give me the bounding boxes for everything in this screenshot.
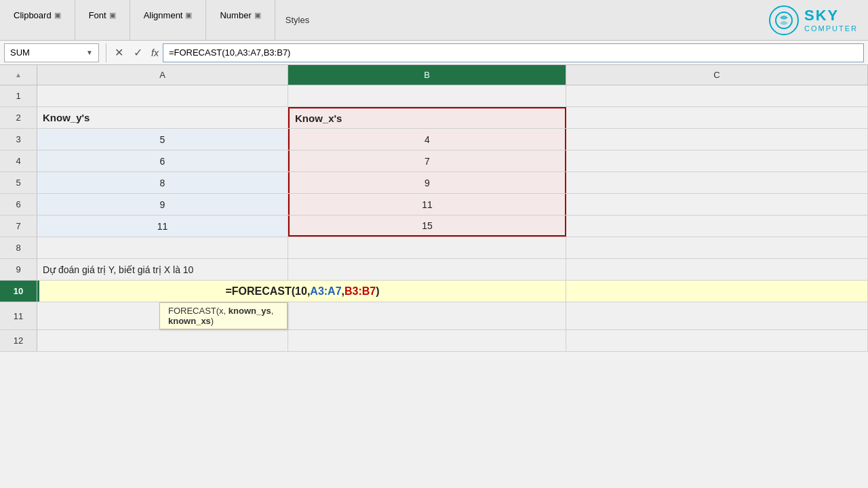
name-box-arrow: ▼ (86, 49, 93, 56)
cell-b7-value: 15 (422, 220, 433, 231)
cell-b2-value: Know_x's (295, 113, 342, 124)
cell-c10[interactable] (566, 281, 868, 302)
cell-b4-value: 7 (425, 156, 430, 167)
table-row: 7 11 15 (0, 216, 868, 237)
row-num-3: 3 (0, 129, 37, 150)
ribbon: Clipboard ▣ Font ▣ Alignment ▣ Number ▣ … (0, 0, 868, 41)
formula-close: ) (376, 285, 379, 298)
col-c-label: C (713, 70, 719, 80)
cell-c4[interactable] (566, 150, 868, 171)
cell-a6-value: 9 (160, 199, 165, 210)
row-num-5: 5 (0, 172, 37, 193)
row-num-7: 7 (0, 216, 37, 237)
cell-c9[interactable] (566, 259, 868, 280)
ribbon-group-styles: Styles (275, 0, 319, 40)
number-label-row: Number ▣ (220, 10, 260, 20)
cell-a3[interactable]: 5 (37, 129, 288, 150)
name-box[interactable]: SUM ▼ (4, 43, 99, 62)
logo-text: SKY COMPUTER (804, 7, 858, 34)
ribbon-group-clipboard: Clipboard ▣ (0, 0, 75, 40)
cell-b5[interactable]: 9 (288, 172, 566, 193)
cell-b3[interactable]: 4 (288, 129, 566, 150)
cell-a2[interactable]: Know_y's (37, 107, 288, 128)
logo-sky: SKY (804, 7, 858, 24)
ribbon-group-number: Number ▣ (206, 0, 275, 40)
alignment-expand-icon[interactable]: ▣ (185, 11, 192, 20)
cell-a5-value: 8 (160, 178, 165, 188)
table-row: 10 =FORECAST(10,A3:A7,B3:B7) (0, 281, 868, 302)
cell-c12[interactable] (566, 330, 868, 351)
svg-point-0 (776, 12, 792, 28)
table-row: 8 (0, 237, 868, 259)
styles-label: Styles (285, 15, 309, 25)
cell-a9[interactable]: Dự đoán giá trị Y, biết giá trị X là 10 (37, 259, 288, 280)
cell-b2[interactable]: Know_x's (288, 107, 566, 128)
cell-b7[interactable]: 15 (288, 216, 566, 237)
cell-a4-value: 6 (160, 156, 165, 167)
number-expand-icon[interactable]: ▣ (254, 11, 261, 20)
cell-b12[interactable] (288, 330, 566, 351)
logo-circle (769, 5, 799, 35)
table-row: 3 5 4 (0, 129, 868, 150)
cell-a8[interactable] (37, 237, 288, 258)
tooltip-end: ) (211, 316, 214, 326)
cell-c2[interactable] (566, 107, 868, 128)
tooltip-bold1: known_ys (229, 306, 271, 316)
col-header-b[interactable]: B (288, 65, 566, 85)
cell-c8[interactable] (566, 237, 868, 258)
table-row: 11 FORECAST(x, known_ys, known_xs) (0, 302, 868, 330)
row-num-12: 12 (0, 330, 37, 351)
tooltip-sep: , (271, 306, 274, 316)
formula-cancel-button[interactable]: ✕ (109, 43, 128, 62)
cell-a7-value: 11 (157, 221, 168, 232)
formula-part-b: B3:B7 (344, 285, 376, 298)
formula-tooltip: FORECAST(x, known_ys, known_xs) (159, 302, 288, 329)
cell-c1[interactable] (566, 85, 868, 106)
cell-c7[interactable] (566, 216, 868, 237)
table-row: 1 (0, 85, 868, 107)
fx-label: fx (151, 47, 159, 58)
cell-c3[interactable] (566, 129, 868, 150)
table-row: 4 6 7 (0, 150, 868, 172)
table-row: 5 8 9 (0, 172, 868, 194)
formula-bar: SUM ▼ ✕ ✓ fx =FORECAST(10,A3:A7,B3:B7) (0, 41, 868, 65)
row-num-9: 9 (0, 259, 37, 280)
cell-a5[interactable]: 8 (37, 172, 288, 193)
cell-a11[interactable]: FORECAST(x, known_ys, known_xs) (37, 302, 288, 329)
col-header-c[interactable]: C (566, 65, 868, 85)
ribbon-group-alignment: Alignment ▣ (130, 0, 207, 40)
cell-b6[interactable]: 11 (288, 194, 566, 215)
tooltip-text: FORECAST(x, (168, 306, 229, 316)
col-header-a[interactable]: A (37, 65, 288, 85)
cell-b4[interactable]: 7 (288, 150, 566, 171)
formula-confirm-button[interactable]: ✓ (128, 43, 147, 62)
cell-c11[interactable] (566, 302, 868, 329)
table-row: 12 (0, 330, 868, 352)
cell-a4[interactable]: 6 (37, 150, 288, 171)
row-num-6: 6 (0, 194, 37, 215)
ribbon-group-font: Font ▣ (75, 0, 130, 40)
formula-input[interactable]: =FORECAST(10,A3:A7,B3:B7) (163, 43, 864, 62)
name-box-value: SUM (10, 47, 83, 58)
col-b-label: B (424, 70, 430, 80)
cell-a1[interactable] (37, 85, 288, 106)
cell-b8[interactable] (288, 237, 566, 258)
cell-a2-value: Know_y's (43, 112, 90, 123)
font-label-row: Font ▣ (89, 10, 116, 20)
cell-a12[interactable] (37, 330, 288, 351)
table-row: 9 Dự đoán giá trị Y, biết giá trị X là 1… (0, 259, 868, 281)
formula-bar-divider1 (106, 43, 106, 62)
cell-b9[interactable] (288, 259, 566, 280)
cell-b11[interactable] (288, 302, 566, 329)
cell-b1[interactable] (288, 85, 566, 106)
cell-c5[interactable] (566, 172, 868, 193)
row-num-8: 8 (0, 237, 37, 258)
ribbon-sections: Clipboard ▣ Font ▣ Alignment ▣ Number ▣ … (0, 0, 759, 40)
cell-a10[interactable]: =FORECAST(10,A3:A7,B3:B7) (37, 281, 566, 302)
cell-c6[interactable] (566, 194, 868, 215)
clipboard-label: Clipboard (14, 10, 52, 20)
cell-a6[interactable]: 9 (37, 194, 288, 215)
logo-area: SKY COMPUTER (759, 0, 868, 40)
font-expand-icon[interactable]: ▣ (109, 11, 116, 20)
cell-a7[interactable]: 11 (37, 216, 288, 237)
